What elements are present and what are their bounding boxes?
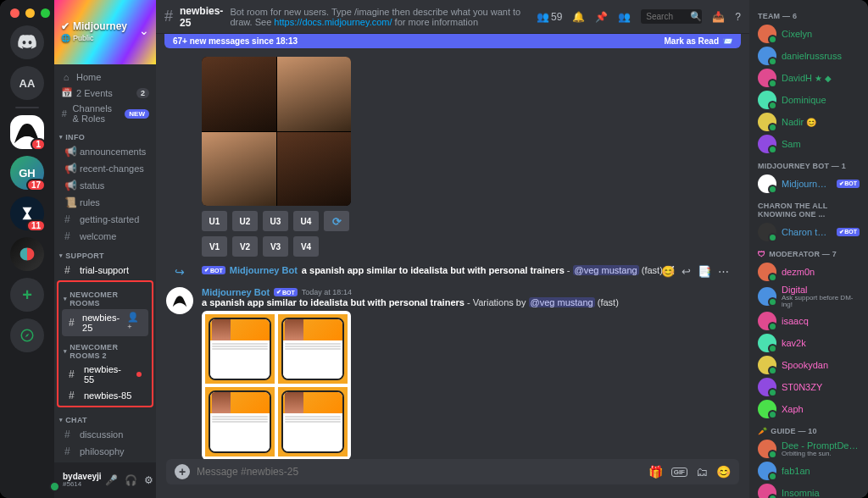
u1-button[interactable]: U1: [202, 211, 227, 231]
mention[interactable]: @veg mustang: [529, 297, 595, 307]
events-row[interactable]: 📅2 Events2: [54, 85, 156, 101]
image-attachment[interactable]: [202, 57, 351, 206]
add-reaction-icon[interactable]: 😊: [661, 265, 675, 278]
sticker-icon[interactable]: 🗂: [696, 465, 708, 479]
member-avatar: [758, 69, 776, 87]
more-icon[interactable]: ⋯: [718, 265, 729, 278]
server-gh[interactable]: GH 17: [10, 156, 44, 190]
member-row[interactable]: Midjourney Bot✔BOT: [754, 173, 863, 195]
author-name[interactable]: Midjourney Bot: [202, 287, 270, 297]
minimize-window[interactable]: [25, 8, 35, 18]
u2-button[interactable]: U2: [232, 211, 258, 231]
mute-icon[interactable]: 🎤: [105, 474, 118, 486]
mention[interactable]: @veg mustang: [573, 265, 639, 275]
channel-newbies-55[interactable]: #newbies-55: [62, 362, 148, 387]
notifications-icon[interactable]: 🔔: [572, 11, 585, 23]
member-row[interactable]: Nadir 😊: [754, 111, 863, 133]
member-row[interactable]: DigitalAsk support before DM-ing!: [754, 283, 863, 310]
channel-recent-changes[interactable]: 📢recent-changes: [58, 160, 153, 177]
member-row[interactable]: kav2k: [754, 332, 863, 354]
v2-button[interactable]: V2: [232, 236, 258, 257]
settings-icon[interactable]: ⚙: [144, 474, 153, 486]
cat-newcomer[interactable]: ▾NEWCOMER ROOMS: [58, 284, 152, 309]
channel-rules[interactable]: 📜rules: [58, 194, 153, 211]
traffic-lights: [10, 8, 50, 18]
channel-welcome[interactable]: #welcome: [58, 228, 153, 245]
close-window[interactable]: [10, 8, 19, 18]
cat-support[interactable]: ▾SUPPORT: [54, 245, 156, 262]
u4-button[interactable]: U4: [293, 211, 319, 231]
server-other[interactable]: [10, 237, 44, 271]
gif-icon[interactable]: GIF: [671, 468, 687, 477]
member-row[interactable]: Charon the FAQ ...✔BOT: [754, 221, 863, 243]
author-avatar[interactable]: [166, 287, 193, 314]
channels-roles-row[interactable]: #Channels & RolesNEW: [54, 101, 156, 126]
member-row[interactable]: Insomnia: [754, 482, 863, 498]
v1-button[interactable]: V1: [202, 236, 227, 257]
cat-newcomer2[interactable]: ▾NEWCOMER ROOMS 2: [58, 336, 152, 362]
chevron-down-icon[interactable]: ⌄: [139, 24, 149, 37]
member-row[interactable]: isaacq: [754, 310, 863, 332]
pinned-icon[interactable]: 📌: [595, 11, 608, 23]
user-info[interactable]: bydaveyji #5614: [63, 472, 102, 489]
attach-button[interactable]: +: [175, 464, 190, 479]
channel-topic[interactable]: Bot room for new users. Type /imagine th…: [230, 7, 530, 27]
author-name[interactable]: Midjourney Bot: [230, 265, 298, 275]
variation-row: V1 V2 V3 V4: [202, 236, 739, 257]
cat-chat[interactable]: ▾CHAT: [54, 409, 156, 426]
server-s[interactable]: 11: [10, 196, 44, 230]
threads-icon[interactable]: 👥59: [537, 11, 562, 23]
v4-button[interactable]: V4: [293, 236, 319, 257]
member-row[interactable]: dezm0n: [754, 261, 863, 283]
member-row[interactable]: Sam: [754, 133, 863, 155]
cat-info[interactable]: ▾INFO: [54, 126, 156, 143]
member-row[interactable]: ST0N3ZY: [754, 376, 863, 398]
gift-icon[interactable]: 🎁: [648, 465, 663, 479]
search-box[interactable]: 🔍: [641, 9, 702, 24]
channel-sidebar: ✔ Midjourney 🌐 Public ⌄ ⌂Home 📅2 Events2…: [54, 0, 156, 498]
member-row[interactable]: Xaph: [754, 398, 863, 420]
new-messages-bar[interactable]: 67+ new messages since 18:13 Mark as Rea…: [164, 34, 741, 48]
home-row[interactable]: ⌂Home: [54, 69, 156, 85]
channel-philosophy[interactable]: #philosophy: [58, 443, 153, 460]
member-row[interactable]: Dominique: [754, 89, 863, 111]
channel-trial-support[interactable]: #trial-support: [58, 262, 153, 279]
deafen-icon[interactable]: 🎧: [125, 474, 137, 486]
topic-link[interactable]: https://docs.midjourney.com/: [274, 17, 392, 27]
image-attachment[interactable]: [202, 311, 351, 459]
channel-newbies-85[interactable]: #newbies-85: [62, 387, 148, 404]
add-server-button[interactable]: +: [10, 278, 44, 312]
message-input-wrap[interactable]: + 🎁 GIF 🗂 😊: [166, 459, 739, 484]
thread-icon[interactable]: 📑: [698, 265, 711, 278]
reroll-button[interactable]: ⟳: [324, 211, 349, 231]
server-midjourney[interactable]: 1: [10, 115, 44, 149]
server-banner[interactable]: ✔ Midjourney 🌐 Public ⌄: [54, 0, 156, 64]
member-row[interactable]: DavidH ★ ◆: [754, 67, 863, 89]
reply-icon[interactable]: ↩: [682, 265, 691, 278]
search-input[interactable]: [646, 12, 687, 21]
channel-newbies-25[interactable]: #newbies-25👤⁺: [62, 309, 148, 336]
channel-discussion[interactable]: #discussion: [58, 426, 153, 443]
channel-getting-started[interactable]: #getting-started: [58, 211, 153, 228]
announcement-icon: 📢: [64, 146, 75, 158]
explore-servers-button[interactable]: [10, 318, 44, 352]
create-invite-icon[interactable]: 👤⁺: [127, 312, 142, 334]
mark-as-read[interactable]: Mark as Read 📨: [665, 36, 732, 46]
channel-status[interactable]: 📢status: [58, 177, 153, 194]
v3-button[interactable]: V3: [263, 236, 288, 257]
help-icon[interactable]: ?: [735, 11, 741, 23]
member-row[interactable]: Cixelyn: [754, 23, 863, 45]
member-row[interactable]: Dee - PromptDervishOrbiting the sun.: [754, 438, 863, 460]
u3-button[interactable]: U3: [263, 211, 288, 231]
inbox-icon[interactable]: 📥: [712, 11, 725, 23]
member-row[interactable]: danielrussruss: [754, 45, 863, 67]
message-input[interactable]: [197, 466, 642, 478]
dm-home-icon[interactable]: [10, 25, 44, 59]
maximize-window[interactable]: [41, 8, 50, 18]
server-aa[interactable]: AA: [10, 66, 44, 100]
member-row[interactable]: Spookydan: [754, 354, 863, 376]
emoji-icon[interactable]: 😊: [716, 465, 731, 479]
members-toggle-icon[interactable]: 👥: [618, 11, 631, 23]
channel-announcements[interactable]: 📢announcements: [58, 143, 153, 160]
member-row[interactable]: fab1an: [754, 460, 863, 482]
